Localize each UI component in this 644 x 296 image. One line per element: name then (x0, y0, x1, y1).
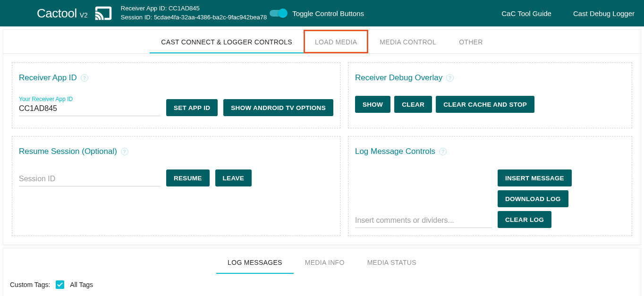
panel-title-text: Receiver App ID (19, 73, 77, 83)
tab-log-messages[interactable]: LOG MESSAGES (216, 250, 294, 274)
all-tags-checkbox[interactable] (56, 280, 64, 289)
toggle-switch[interactable] (270, 8, 287, 18)
header-ids: Receiver App ID: CC1AD845 Session ID: 5c… (121, 4, 267, 22)
help-icon[interactable]: ? (81, 74, 88, 82)
tab-media-info[interactable]: MEDIA INFO (294, 250, 356, 274)
cast-debug-logger-link[interactable]: Cast Debug Logger (573, 9, 635, 17)
brand-version: V2 (80, 11, 88, 19)
toggle-label: Toggle Control Buttons (292, 9, 364, 17)
panel-title-text: Receiver Debug Overlay (355, 73, 442, 83)
receiver-id-value: CC1AD845 (169, 5, 200, 12)
show-android-tv-options-button[interactable]: SHOW ANDROID TV OPTIONS (223, 99, 333, 116)
all-tags-label: All Tags (70, 281, 93, 288)
main-surface: CAST CONNECT & LOGGER CONTROLS LOAD MEDI… (3, 29, 641, 245)
download-log-button[interactable]: DOWNLOAD LOG (498, 190, 568, 207)
header-links: CaC Tool Guide Cast Debug Logger (501, 9, 635, 17)
panel-title-text: Log Message Controls (355, 147, 435, 156)
toggle-control-buttons: Toggle Control Buttons (270, 8, 364, 18)
comment-field (355, 215, 492, 228)
panel-title: Receiver App ID ? (19, 73, 333, 83)
cac-tool-guide-link[interactable]: CaC Tool Guide (501, 9, 551, 17)
main-tabbar: CAST CONNECT & LOGGER CONTROLS LOAD MEDI… (3, 30, 641, 54)
receiver-app-id-field: Your Receiver App ID (19, 96, 161, 116)
receiver-id-row: Receiver App ID: CC1AD845 (121, 4, 267, 13)
panel-row: Your Receiver App ID SET APP ID SHOW AND… (19, 96, 333, 116)
cast-icon (93, 5, 114, 22)
set-app-id-button[interactable]: SET APP ID (166, 99, 218, 116)
panel-log-controls: Log Message Controls ? INSERT MESSAGE DO… (348, 136, 632, 236)
app-header: Cactool V2 Receiver App ID: CC1AD845 Ses… (0, 0, 644, 26)
clear-log-button[interactable]: CLEAR LOG (498, 211, 551, 228)
brand: Cactool V2 (37, 6, 88, 21)
clear-cache-stop-button[interactable]: CLEAR CACHE AND STOP (436, 96, 534, 113)
show-button[interactable]: SHOW (355, 96, 390, 113)
custom-tags-row: Custom Tags: All Tags (3, 274, 641, 296)
panels-grid: Receiver App ID ? Your Receiver App ID S… (3, 54, 641, 245)
button-group: SHOW CLEAR CLEAR CACHE AND STOP (355, 96, 625, 113)
field-label: Your Receiver App ID (19, 96, 161, 102)
tab-cast-connect[interactable]: CAST CONNECT & LOGGER CONTROLS (150, 30, 304, 53)
session-id-label: Session ID: (121, 14, 152, 21)
lower-surface: LOG MESSAGES MEDIA INFO MEDIA STATUS Cus… (3, 248, 641, 296)
panel-row: INSERT MESSAGE DOWNLOAD LOG CLEAR LOG (355, 169, 625, 228)
session-id-field (19, 174, 161, 186)
help-icon[interactable]: ? (439, 148, 447, 155)
clear-button[interactable]: CLEAR (394, 96, 432, 113)
custom-tags-label: Custom Tags: (10, 281, 50, 288)
receiver-id-label: Receiver App ID: (121, 5, 167, 12)
tab-media-control[interactable]: MEDIA CONTROL (368, 30, 448, 53)
comment-input[interactable] (355, 215, 492, 226)
session-id-row: Session ID: 5cdae4fa-32aa-4386-ba2c-9fac… (121, 13, 267, 22)
panel-title: Resume Session (Optional) ? (19, 147, 333, 156)
help-icon[interactable]: ? (446, 74, 454, 82)
lower-tabbar: LOG MESSAGES MEDIA INFO MEDIA STATUS (3, 248, 641, 274)
receiver-app-id-input[interactable] (19, 103, 161, 114)
button-group: INSERT MESSAGE DOWNLOAD LOG CLEAR LOG (498, 169, 625, 228)
panel-title: Receiver Debug Overlay ? (355, 73, 625, 83)
session-id-value: 5cdae4fa-32aa-4386-ba2c-9fac942bea78 (154, 14, 267, 21)
panel-receiver-app-id: Receiver App ID ? Your Receiver App ID S… (12, 62, 340, 128)
leave-button[interactable]: LEAVE (215, 169, 252, 186)
brand-name: Cactool (37, 6, 77, 21)
resume-button[interactable]: RESUME (166, 169, 210, 186)
panel-row: RESUME LEAVE (19, 169, 333, 186)
tab-other[interactable]: OTHER (448, 30, 494, 53)
help-icon[interactable]: ? (121, 148, 128, 155)
panel-resume-session: Resume Session (Optional) ? RESUME LEAVE (12, 136, 340, 236)
tab-media-status[interactable]: MEDIA STATUS (356, 250, 428, 274)
panel-title: Log Message Controls ? (355, 147, 625, 156)
panel-title-text: Resume Session (Optional) (19, 147, 117, 156)
tab-load-media[interactable]: LOAD MEDIA (304, 30, 368, 53)
insert-message-button[interactable]: INSERT MESSAGE (498, 169, 572, 186)
session-id-input[interactable] (19, 174, 161, 184)
panel-debug-overlay: Receiver Debug Overlay ? SHOW CLEAR CLEA… (348, 62, 632, 128)
